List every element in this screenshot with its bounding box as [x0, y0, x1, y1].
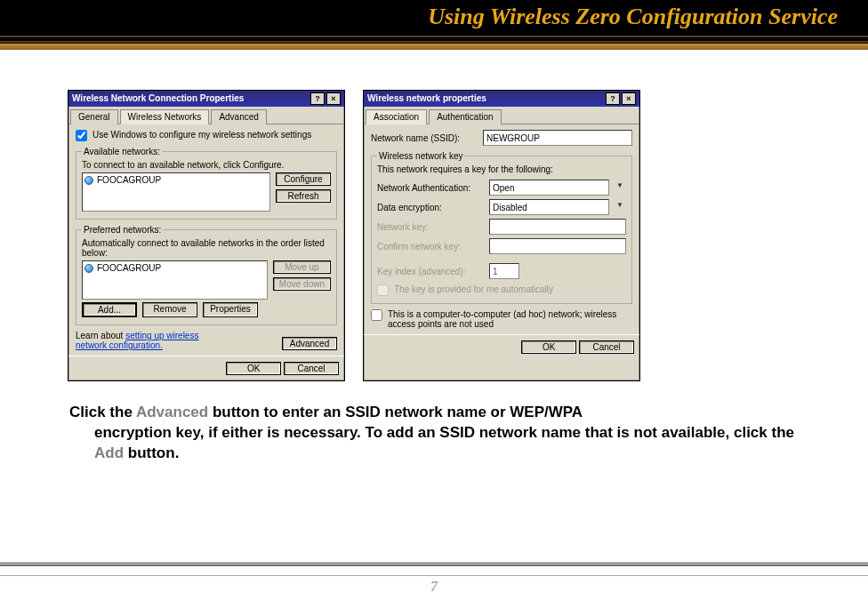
auto-key-check [377, 284, 389, 296]
dlg1-title: Wireless Network Connection Properties [72, 91, 244, 107]
use-windows-label: Use Windows to configure my wireless net… [92, 130, 311, 140]
auth-select[interactable] [489, 180, 609, 196]
wireless-network-properties-dialog: Wireless network properties ? × Associat… [363, 90, 640, 381]
key-hint: This network requires a key for the foll… [377, 164, 626, 174]
banner: Using Wireless Zero Configuration Servic… [0, 0, 868, 50]
instr-1c: button to enter an SSID network name or … [208, 404, 583, 420]
netkey-input [489, 219, 626, 235]
instr-1b: Advanced [136, 404, 208, 420]
adhoc-label: This is a computer-to-computer (ad hoc) … [388, 309, 632, 329]
banner-div1 [0, 36, 868, 37]
properties-button[interactable]: Properties [203, 302, 258, 317]
preferred-networks-group: Preferred networks: Automatically connec… [76, 225, 337, 325]
key-legend: Wireless network key [377, 151, 464, 161]
cancel-button[interactable]: Cancel [579, 340, 634, 354]
dlg1-tabs: General Wireless Networks Advanced [68, 107, 344, 124]
close-icon[interactable]: × [622, 92, 636, 105]
dlg2-tabs: Association Authentication [364, 107, 639, 124]
auth-label: Network Authentication: [377, 183, 484, 193]
help-icon[interactable]: ? [606, 92, 620, 105]
ssid-label: Network name (SSID): [371, 133, 478, 143]
configure-button[interactable]: Configure [276, 172, 331, 186]
add-button[interactable]: Add... [82, 302, 137, 317]
wireless-connection-properties-dialog: Wireless Network Connection Properties ?… [68, 90, 345, 381]
banner-div2 [0, 41, 868, 43]
remove-button[interactable]: Remove [142, 302, 197, 317]
close-icon[interactable]: × [326, 92, 341, 105]
instr-2a: encryption key, if either is necessary. … [94, 424, 794, 441]
ssid-input[interactable] [483, 130, 632, 146]
list-item[interactable]: FOOCAGROUP [84, 263, 265, 273]
banner-title: Using Wireless Zero Configuration Servic… [428, 4, 838, 30]
wireless-key-group: Wireless network key This network requir… [371, 151, 632, 304]
tab-advanced[interactable]: Advanced [211, 109, 266, 124]
confirm-netkey-label: Confirm network key: [377, 242, 484, 252]
cancel-button[interactable]: Cancel [284, 362, 339, 375]
help-icon[interactable]: ? [310, 92, 325, 105]
tab-authentication[interactable]: Authentication [429, 109, 501, 124]
instr-2b: Add [94, 444, 124, 461]
network-icon [84, 264, 93, 273]
preferred-hint: Automatically connect to available netwo… [82, 238, 331, 258]
enc-select[interactable] [489, 199, 609, 215]
page-number: 7 [0, 579, 868, 595]
list-item[interactable]: FOOCAGROUP [84, 175, 268, 185]
confirm-netkey-input [489, 238, 626, 254]
netkey-label: Network key: [377, 222, 484, 232]
adhoc-check[interactable] [371, 309, 382, 321]
keyindex-label: Key index (advanced): [377, 267, 484, 276]
available-networks-group: Available networks: To connect to an ava… [76, 147, 337, 220]
footer-divider-thin [0, 575, 868, 576]
instr-2c: button. [124, 444, 179, 461]
auto-key-label: The key is provided for me automatically [394, 284, 553, 294]
instruction-text: Click the Advanced button to enter an SS… [69, 403, 808, 464]
use-windows-checkbox[interactable]: Use Windows to configure my wireless net… [76, 130, 337, 141]
movedown-button[interactable]: Move down [273, 277, 331, 291]
ok-button[interactable]: OK [521, 340, 576, 354]
moveup-button[interactable]: Move up [273, 260, 331, 274]
learn-pre: Learn about [76, 331, 125, 340]
banner-gold [0, 44, 868, 50]
auto-key-checkbox: The key is provided for me automatically [377, 284, 626, 296]
learn-about-text: Learn about setting up wireless network … [76, 331, 227, 350]
ok-button[interactable]: OK [226, 362, 281, 375]
enc-label: Data encryption: [377, 203, 484, 212]
advanced-button[interactable]: Advanced [282, 337, 337, 350]
available-hint: To connect to an available network, clic… [82, 160, 331, 170]
dlg2-titlebar[interactable]: Wireless network properties ? × [364, 91, 639, 107]
tab-general[interactable]: General [70, 109, 118, 124]
use-windows-check[interactable] [76, 130, 87, 141]
dlg2-title: Wireless network properties [367, 91, 486, 107]
footer-divider [0, 562, 868, 566]
preferred-item-label: FOOCAGROUP [97, 263, 161, 273]
available-listbox[interactable]: FOOCAGROUP [82, 172, 270, 212]
refresh-button[interactable]: Refresh [276, 189, 331, 203]
tab-association[interactable]: Association [366, 109, 427, 124]
dlg1-titlebar[interactable]: Wireless Network Connection Properties ?… [68, 91, 344, 107]
keyindex-input [489, 263, 519, 279]
adhoc-checkbox[interactable]: This is a computer-to-computer (ad hoc) … [371, 309, 632, 329]
network-icon [84, 176, 93, 185]
available-item-label: FOOCAGROUP [97, 175, 161, 185]
available-legend: Available networks: [82, 147, 162, 156]
instr-1a: Click the [69, 404, 136, 420]
tab-wireless-networks[interactable]: Wireless Networks [120, 109, 210, 124]
preferred-listbox[interactable]: FOOCAGROUP [82, 260, 268, 300]
preferred-legend: Preferred networks: [82, 225, 163, 235]
